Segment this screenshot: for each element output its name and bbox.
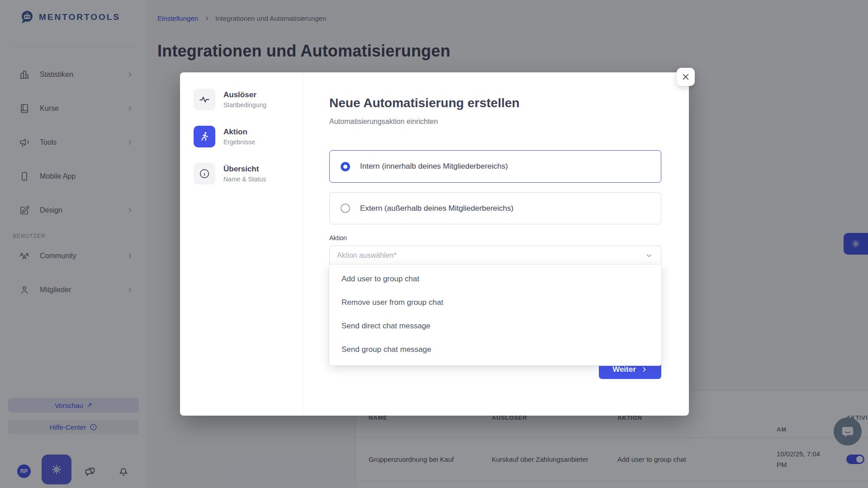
step-ausloeser[interactable]: Auslöser Startbedingung (194, 89, 303, 110)
runner-icon (194, 126, 215, 147)
modal-close-button[interactable] (677, 68, 695, 86)
modal-subtitle: Automatisierungsaktion einrichten (329, 118, 661, 126)
radio-label: Intern (innerhalb deines Mitgliederberei… (360, 162, 508, 171)
step-title: Auslöser (223, 90, 266, 99)
next-label: Weiter (612, 365, 636, 374)
step-title: Aktion (223, 128, 255, 137)
create-automation-modal: Auslöser Startbedingung Aktion Ergebniss… (180, 72, 689, 416)
chevron-down-icon (645, 251, 654, 260)
step-aktion[interactable]: Aktion Ergebnisse (194, 126, 303, 147)
action-select[interactable]: Aktion auswählen* (329, 246, 661, 265)
radio-card-intern[interactable]: Intern (innerhalb deines Mitgliederberei… (329, 150, 661, 183)
step-subtitle: Name & Status (223, 175, 266, 183)
radio-card-extern[interactable]: Extern (außerhalb deines Mitgliederberei… (329, 192, 661, 224)
radio-unselected-icon (341, 204, 350, 213)
action-field-label: Aktion (329, 234, 661, 242)
modal-title: Neue Automatisierung erstellen (329, 96, 661, 110)
select-placeholder: Aktion auswählen* (337, 251, 397, 260)
pulse-icon (194, 89, 215, 110)
dropdown-option-remove-user[interactable]: Remove user from group chat (329, 291, 661, 314)
step-subtitle: Ergebnisse (223, 138, 255, 146)
modal-body: Neue Automatisierung erstellen Automatis… (303, 72, 689, 416)
modal-step-rail: Auslöser Startbedingung Aktion Ergebniss… (180, 72, 303, 416)
step-uebersicht[interactable]: Übersicht Name & Status (194, 163, 303, 185)
dropdown-option-send-direct[interactable]: Send direct chat message (329, 314, 661, 338)
step-subtitle: Startbedingung (223, 101, 266, 109)
radio-label: Extern (außerhalb deines Mitgliederberei… (360, 204, 513, 213)
dropdown-option-add-user[interactable]: Add user to group chat (329, 267, 661, 291)
dropdown-option-send-group[interactable]: Send group chat message (329, 338, 661, 361)
radio-selected-icon (341, 162, 350, 171)
step-title: Übersicht (223, 165, 266, 174)
action-dropdown-menu: Add user to group chat Remove user from … (329, 265, 661, 365)
close-icon (681, 72, 690, 81)
info-circle-icon (194, 163, 215, 185)
chevron-right-icon (640, 366, 648, 373)
